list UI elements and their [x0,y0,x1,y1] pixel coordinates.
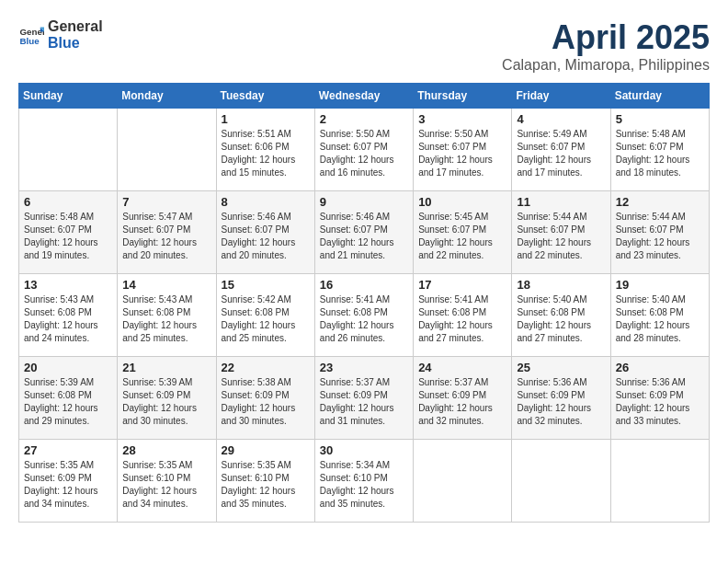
day-info: Sunrise: 5:40 AM Sunset: 6:08 PM Dayligh… [517,293,605,345]
calendar-cell: 12 Sunrise: 5:44 AM Sunset: 6:07 PM Dayl… [610,191,709,274]
sunrise-text: Sunrise: 5:41 AM [320,294,390,304]
calendar-cell: 26 Sunrise: 5:36 AM Sunset: 6:09 PM Dayl… [610,357,709,440]
day-info: Sunrise: 5:50 AM Sunset: 6:07 PM Dayligh… [418,128,506,179]
calendar-cell: 18 Sunrise: 5:40 AM Sunset: 6:08 PM Dayl… [512,274,610,357]
calendar-cell: 4 Sunrise: 5:49 AM Sunset: 6:07 PM Dayli… [512,109,610,191]
calendar-cell: 27 Sunrise: 5:35 AM Sunset: 6:09 PM Dayl… [19,440,118,523]
sunset-text: Sunset: 6:10 PM [122,473,190,483]
daylight-text: Daylight: 12 hours and 19 minutes. [24,237,98,260]
location-title: Calapan, Mimaropa, Philippines [502,57,710,74]
calendar-cell: 30 Sunrise: 5:34 AM Sunset: 6:10 PM Dayl… [314,440,413,523]
daylight-text: Daylight: 12 hours and 20 minutes. [122,237,197,260]
calendar-cell: 29 Sunrise: 5:35 AM Sunset: 6:10 PM Dayl… [216,440,314,523]
weekday-header-thursday: Thursday [414,84,512,109]
day-number: 4 [517,112,605,126]
day-info: Sunrise: 5:46 AM Sunset: 6:07 PM Dayligh… [222,211,310,262]
sunrise-text: Sunrise: 5:34 AM [320,460,390,470]
day-info: Sunrise: 5:41 AM Sunset: 6:08 PM Dayligh… [418,293,506,345]
calendar-table: SundayMondayTuesdayWednesdayThursdayFrid… [18,83,710,523]
day-number: 11 [517,195,605,209]
sunrise-text: Sunrise: 5:46 AM [320,212,390,222]
daylight-text: Daylight: 12 hours and 17 minutes. [418,155,493,178]
calendar-cell [512,440,610,523]
logo-general-text: General [48,18,103,35]
day-info: Sunrise: 5:41 AM Sunset: 6:08 PM Dayligh… [320,293,408,345]
calendar-week-row: 20 Sunrise: 5:39 AM Sunset: 6:08 PM Dayl… [19,357,710,440]
sunset-text: Sunset: 6:07 PM [222,224,290,235]
day-number: 2 [320,112,408,126]
weekday-header-saturday: Saturday [610,84,709,109]
sunset-text: Sunset: 6:09 PM [24,473,92,483]
day-number: 9 [320,195,408,209]
sunrise-text: Sunrise: 5:44 AM [616,212,686,222]
calendar-cell: 22 Sunrise: 5:38 AM Sunset: 6:09 PM Dayl… [216,357,314,440]
day-number: 15 [222,278,310,292]
daylight-text: Daylight: 12 hours and 28 minutes. [616,320,690,343]
day-number: 30 [320,443,408,457]
calendar-cell: 13 Sunrise: 5:43 AM Sunset: 6:08 PM Dayl… [19,274,118,357]
sunset-text: Sunset: 6:07 PM [418,142,486,152]
sunset-text: Sunset: 6:09 PM [418,390,486,400]
daylight-text: Daylight: 12 hours and 22 minutes. [517,237,591,260]
day-info: Sunrise: 5:37 AM Sunset: 6:09 PM Dayligh… [320,376,408,428]
day-info: Sunrise: 5:39 AM Sunset: 6:09 PM Dayligh… [122,376,210,428]
sunset-text: Sunset: 6:10 PM [320,473,388,483]
calendar-cell: 3 Sunrise: 5:50 AM Sunset: 6:07 PM Dayli… [414,109,512,191]
sunset-text: Sunset: 6:08 PM [122,307,190,317]
daylight-text: Daylight: 12 hours and 26 minutes. [320,320,394,343]
calendar-cell: 1 Sunrise: 5:51 AM Sunset: 6:06 PM Dayli… [216,109,314,191]
day-number: 3 [418,112,506,126]
daylight-text: Daylight: 12 hours and 27 minutes. [418,320,493,343]
sunrise-text: Sunrise: 5:43 AM [24,294,94,304]
daylight-text: Daylight: 12 hours and 25 minutes. [222,320,296,343]
day-info: Sunrise: 5:42 AM Sunset: 6:08 PM Dayligh… [222,293,310,345]
weekday-header-row: SundayMondayTuesdayWednesdayThursdayFrid… [19,84,710,109]
daylight-text: Daylight: 12 hours and 33 minutes. [616,403,690,426]
sunset-text: Sunset: 6:07 PM [517,224,585,235]
weekday-header-monday: Monday [118,84,216,109]
day-info: Sunrise: 5:49 AM Sunset: 6:07 PM Dayligh… [517,128,605,179]
day-number: 17 [418,278,506,292]
day-number: 6 [24,195,112,209]
day-number: 10 [418,195,506,209]
day-number: 23 [320,361,408,374]
day-info: Sunrise: 5:44 AM Sunset: 6:07 PM Dayligh… [517,211,605,262]
daylight-text: Daylight: 12 hours and 30 minutes. [222,403,296,426]
daylight-text: Daylight: 12 hours and 34 minutes. [122,486,197,509]
day-info: Sunrise: 5:34 AM Sunset: 6:10 PM Dayligh… [320,459,408,511]
calendar-cell: 11 Sunrise: 5:44 AM Sunset: 6:07 PM Dayl… [512,191,610,274]
calendar-cell: 17 Sunrise: 5:41 AM Sunset: 6:08 PM Dayl… [414,274,512,357]
sunrise-text: Sunrise: 5:45 AM [418,212,488,222]
sunrise-text: Sunrise: 5:41 AM [418,294,488,304]
calendar-cell: 15 Sunrise: 5:42 AM Sunset: 6:08 PM Dayl… [216,274,314,357]
day-number: 5 [616,112,704,126]
daylight-text: Daylight: 12 hours and 27 minutes. [517,320,591,343]
sunset-text: Sunset: 6:07 PM [24,224,92,235]
day-number: 19 [616,278,704,292]
day-info: Sunrise: 5:38 AM Sunset: 6:09 PM Dayligh… [222,376,310,428]
daylight-text: Daylight: 12 hours and 32 minutes. [517,403,591,426]
day-info: Sunrise: 5:36 AM Sunset: 6:09 PM Dayligh… [616,376,704,428]
sunrise-text: Sunrise: 5:39 AM [24,377,94,387]
calendar-cell: 10 Sunrise: 5:45 AM Sunset: 6:07 PM Dayl… [414,191,512,274]
daylight-text: Daylight: 12 hours and 24 minutes. [24,320,98,343]
daylight-text: Daylight: 12 hours and 16 minutes. [320,155,394,178]
day-number: 24 [418,361,506,374]
calendar-cell: 2 Sunrise: 5:50 AM Sunset: 6:07 PM Dayli… [314,109,413,191]
day-info: Sunrise: 5:40 AM Sunset: 6:08 PM Dayligh… [616,293,704,345]
day-number: 14 [122,278,210,292]
calendar-cell: 6 Sunrise: 5:48 AM Sunset: 6:07 PM Dayli… [19,191,118,274]
calendar-cell: 5 Sunrise: 5:48 AM Sunset: 6:07 PM Dayli… [610,109,709,191]
day-number: 28 [122,443,210,457]
weekday-header-sunday: Sunday [19,84,118,109]
day-number: 27 [24,443,112,457]
daylight-text: Daylight: 12 hours and 18 minutes. [616,155,690,178]
day-number: 7 [122,195,210,209]
day-info: Sunrise: 5:37 AM Sunset: 6:09 PM Dayligh… [418,376,506,428]
sunrise-text: Sunrise: 5:48 AM [616,129,686,139]
sunset-text: Sunset: 6:08 PM [24,390,92,400]
daylight-text: Daylight: 12 hours and 35 minutes. [222,486,296,509]
day-number: 29 [222,443,310,457]
calendar-cell [414,440,512,523]
sunrise-text: Sunrise: 5:48 AM [24,212,94,222]
